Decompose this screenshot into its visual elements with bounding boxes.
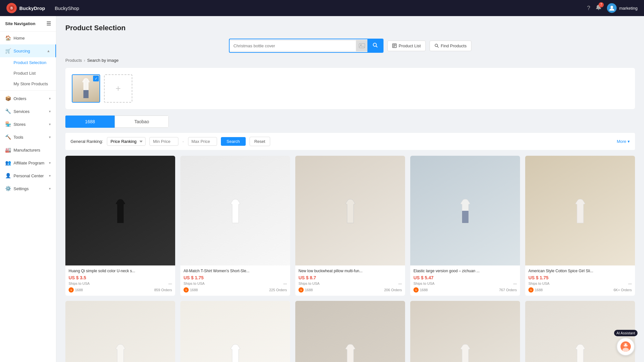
product-card[interactable]: Elastic large version good – zichuan ...…	[410, 156, 520, 296]
brand-name-primary: BuckyDrop	[19, 5, 45, 11]
sidebar-sub-item-product-selection[interactable]: Product Selection	[0, 57, 56, 68]
top-navigation: B BuckyDrop BuckyShop ? 7 marketing	[0, 0, 644, 16]
svg-line-12	[437, 46, 439, 48]
sourcing-chevron-icon: ▲	[47, 49, 50, 53]
svg-point-19	[627, 344, 628, 345]
svg-rect-13	[83, 90, 89, 98]
help-icon[interactable]: ?	[587, 5, 590, 12]
general-ranking-label: General Ranking:	[71, 139, 103, 144]
product-price: US $ 8.7	[298, 275, 402, 280]
product-list-btn-label: Product List	[399, 43, 421, 48]
price-ranking-select[interactable]: Price Ranking Sales Ranking New Arrivals	[107, 137, 146, 146]
sidebar-label-sourcing: Sourcing	[14, 49, 30, 53]
services-icon: 🔧	[5, 108, 11, 114]
platform-logo: 1	[69, 287, 74, 292]
platform-badge: 1 1688	[528, 287, 543, 292]
breadcrumb-products[interactable]: Products	[65, 58, 82, 63]
affiliate-chevron-icon: ▾	[49, 161, 51, 165]
svg-rect-3	[359, 43, 365, 48]
svg-point-5	[373, 43, 376, 46]
notification-icon[interactable]: 7	[595, 4, 602, 12]
sidebar-label-personal: Personal Center	[14, 173, 44, 178]
logo[interactable]: B BuckyDrop	[6, 3, 45, 13]
sidebar: Site Navigation ☰ 🏠 Home 🛒 Sourcing ▲ Pr…	[0, 16, 56, 362]
sidebar-sub-item-my-store-products[interactable]: My Store Products	[0, 79, 56, 89]
sidebar-header: Site Navigation ☰	[0, 16, 56, 32]
svg-line-6	[376, 46, 377, 47]
tab-taobao[interactable]: Taobao	[115, 116, 169, 128]
product-info: All-Match T-Shirt Women's Short-Sle... U…	[180, 265, 290, 296]
product-meta: 1 1688 767 Orders	[413, 287, 517, 292]
sidebar-item-orders[interactable]: 📦 Orders ▾	[0, 92, 56, 105]
ai-assistant-icon[interactable]	[617, 338, 635, 356]
min-price-input[interactable]	[149, 137, 178, 146]
product-card[interactable]: Huang Qi simple solid color U-neck s... …	[65, 156, 175, 296]
sidebar-item-manufacturers[interactable]: 🏭 Manufacturers	[0, 144, 56, 156]
sidebar-item-services[interactable]: 🔧 Services ▾	[0, 105, 56, 118]
sidebar-menu-icon[interactable]: ☰	[46, 21, 51, 27]
chevron-down-icon: ▾	[628, 139, 630, 144]
product-meta: 1 1688 6K+ Orders	[528, 287, 632, 292]
tab-1688[interactable]: 1688	[65, 116, 115, 128]
max-price-input[interactable]	[188, 137, 217, 146]
sidebar-item-sourcing[interactable]: 🛒 Sourcing ▲	[0, 44, 56, 57]
filter-more-label: More	[617, 139, 626, 144]
settings-chevron-icon: ▾	[49, 187, 51, 191]
manufacturers-icon: 🏭	[5, 147, 11, 153]
product-price: US $ 3.5	[69, 275, 172, 280]
sidebar-item-personal[interactable]: 👤 Personal Center ▾	[0, 169, 56, 182]
product-ships: Ships to USA —	[298, 282, 402, 285]
product-title: American Style Cotton Spice Girl Sli...	[528, 269, 632, 273]
product-info: American Style Cotton Spice Girl Sli... …	[525, 265, 635, 296]
product-title: All-Match T-Shirt Women's Short-Sle...	[184, 269, 287, 273]
product-ships: Ships to USA —	[413, 282, 517, 285]
platform-logo: 1	[298, 287, 304, 292]
stores-icon: 🏪	[5, 121, 11, 127]
product-card[interactable]: Casual loose fit summer top women US $ 3…	[295, 301, 405, 362]
sidebar-label-home: Home	[14, 36, 25, 41]
sidebar-sub-item-product-list[interactable]: Product List	[0, 68, 56, 79]
product-list-button[interactable]: Product List	[387, 41, 426, 51]
sidebar-item-settings[interactable]: ⚙️ Settings ▾	[0, 182, 56, 195]
breadcrumb-separator: ›	[84, 58, 85, 63]
selected-image-thumb[interactable]: ✓	[72, 74, 100, 103]
product-info: Huang Qi simple solid color U-neck s... …	[65, 265, 175, 296]
sidebar-item-affiliate[interactable]: 👥 Affiliate Program ▾	[0, 156, 56, 169]
sidebar-item-stores[interactable]: 🏪 Stores ▾	[0, 118, 56, 131]
product-card[interactable]: Short sleeve white t-shirt round neck US…	[180, 301, 290, 362]
product-card[interactable]: Basic tee slim comfortable fabric US $ 2…	[410, 301, 520, 362]
user-profile[interactable]: marketing	[607, 3, 638, 13]
breadcrumb: Products › Search by image	[65, 58, 635, 63]
search-image-thumbnail[interactable]	[356, 40, 367, 51]
svg-rect-14	[462, 211, 469, 223]
product-card[interactable]: All-Match T-Shirt Women's Short-Sle... U…	[180, 156, 290, 296]
add-image-button[interactable]: +	[104, 74, 132, 103]
orders-icon: 📦	[5, 96, 11, 101]
filter-reset-label: Reset	[254, 139, 265, 144]
search-input[interactable]	[230, 41, 356, 51]
filter-reset-button[interactable]: Reset	[250, 137, 270, 146]
filter-more-button[interactable]: More ▾	[617, 139, 630, 144]
sidebar-item-home[interactable]: 🏠 Home	[0, 32, 56, 44]
filter-search-button[interactable]: Search	[221, 137, 246, 146]
top-nav-actions: ? 7 marketing	[587, 3, 638, 13]
product-title: Elastic large version good – zichuan ...	[413, 269, 517, 273]
product-card[interactable]: New low buckwheat pillow multi-fun... US…	[295, 156, 405, 296]
logo-icon: B	[6, 3, 17, 13]
sidebar-item-tools[interactable]: 🔨 Tools ▾	[0, 131, 56, 144]
brand-name-secondary[interactable]: BuckyShop	[55, 5, 79, 11]
stores-chevron-icon: ▾	[49, 122, 51, 126]
ai-assistant[interactable]: AI Assistant	[614, 330, 638, 356]
product-price: US $ 1.75	[528, 275, 632, 280]
product-card[interactable]: Women cotton basic tee slim fit top US $…	[65, 301, 175, 362]
product-meta: 1 1688 206 Orders	[298, 287, 402, 292]
svg-point-18	[624, 344, 625, 345]
find-products-button[interactable]: Find Products	[430, 41, 471, 51]
svg-point-2	[611, 6, 613, 8]
search-button[interactable]	[367, 39, 383, 52]
svg-point-4	[360, 44, 362, 46]
product-card[interactable]: American Style Cotton Spice Girl Sli... …	[525, 156, 635, 296]
svg-point-17	[622, 348, 629, 352]
product-meta: 1 1688 859 Orders	[69, 287, 172, 292]
find-products-btn-label: Find Products	[441, 43, 467, 48]
